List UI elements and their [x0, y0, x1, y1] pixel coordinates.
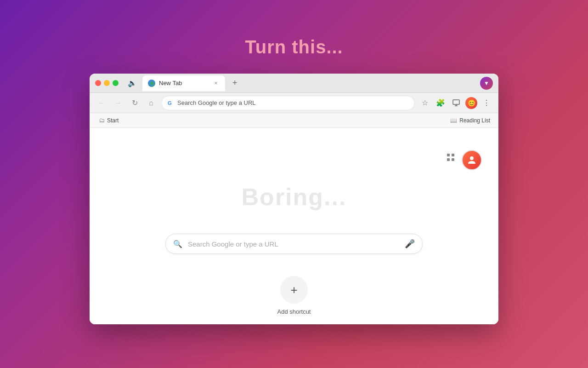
home-button[interactable]: ⌂ [145, 97, 158, 109]
newtab-search-bar[interactable]: 🔍 Search Google or type a URL 🎤 [165, 234, 423, 254]
svg-point-10 [470, 156, 474, 160]
newtab-avatar[interactable] [462, 150, 482, 170]
minimize-button[interactable] [104, 80, 110, 86]
toolbar: ← → ↻ ⌂ G Search Google or type a URL ☆ … [90, 93, 498, 113]
svg-text:G: G [168, 100, 172, 106]
user-avatar[interactable]: 😊 [465, 97, 477, 109]
folder-icon: 🗂 [99, 117, 105, 124]
google-logo: G [167, 100, 174, 106]
add-shortcut-label: Add shortcut [277, 308, 311, 315]
address-text: Search Google or type a URL [177, 99, 409, 106]
new-tab-button[interactable]: + [229, 78, 241, 88]
address-bar[interactable]: G Search Google or type a URL [161, 96, 415, 110]
maximize-button[interactable] [113, 80, 119, 86]
bookmark-star-icon[interactable]: ☆ [418, 97, 431, 109]
page-title: Turn this... [245, 37, 343, 58]
newtab-content: Boring... 🔍 Search Google or type a URL … [90, 128, 498, 324]
reload-button[interactable]: ↻ [128, 97, 141, 109]
extensions-icon[interactable]: 🧩 [434, 97, 447, 109]
bookmark-start[interactable]: 🗂 Start [95, 115, 122, 125]
speaker-icon[interactable]: 🔈 [126, 77, 139, 90]
svg-rect-3 [453, 100, 459, 104]
search-placeholder: Search Google or type a URL [188, 240, 399, 248]
svg-rect-7 [452, 154, 454, 156]
reading-list-label: Reading List [459, 117, 490, 124]
traffic-lights [95, 80, 119, 86]
back-button[interactable]: ← [95, 97, 108, 109]
tab-close-button[interactable]: × [212, 80, 220, 87]
svg-rect-8 [447, 158, 450, 161]
add-shortcut-button[interactable]: + [280, 276, 308, 304]
title-bar: 🔈 New Tab × + ▼ [90, 74, 498, 93]
reading-list-button[interactable]: 📖 Reading List [447, 116, 493, 125]
boring-placeholder-text: Boring... [242, 183, 347, 211]
toolbar-right: ☆ 🧩 😊 ⋮ [418, 97, 493, 109]
title-bar-right: ▼ [480, 77, 493, 90]
browser-window: 🔈 New Tab × + ▼ ← → ↻ ⌂ [90, 74, 498, 324]
search-icon: 🔍 [173, 240, 182, 248]
bookmark-label: Start [107, 117, 119, 124]
apps-grid-button[interactable] [443, 150, 458, 165]
shortcut-section: + Add shortcut [277, 276, 311, 315]
profile-button[interactable]: ▼ [480, 77, 493, 90]
media-router-icon[interactable] [450, 97, 463, 109]
tab-favicon [148, 80, 155, 87]
more-menu-button[interactable]: ⋮ [480, 97, 493, 109]
microphone-icon[interactable]: 🎤 [405, 239, 415, 249]
svg-point-1 [150, 82, 153, 84]
forward-button[interactable]: → [112, 97, 124, 109]
svg-rect-9 [452, 158, 454, 161]
bookmarks-bar: 🗂 Start 📖 Reading List [90, 113, 498, 128]
newtab-top-row [99, 146, 489, 174]
close-button[interactable] [95, 80, 101, 86]
reading-list-icon: 📖 [450, 117, 457, 124]
tab-title: New Tab [159, 80, 209, 86]
svg-rect-6 [447, 154, 450, 156]
browser-tab[interactable]: New Tab × [142, 75, 225, 91]
